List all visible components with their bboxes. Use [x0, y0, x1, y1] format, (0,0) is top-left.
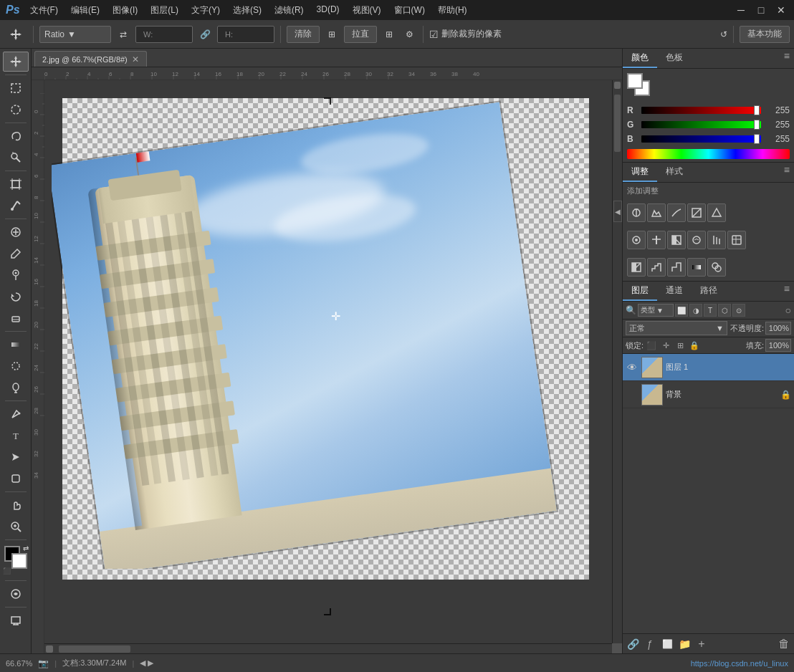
- search-icon[interactable]: 🔍: [626, 305, 636, 315]
- gradient-map-adj-icon[interactable]: [687, 258, 706, 277]
- photo-filter-adj-icon[interactable]: [687, 231, 706, 249]
- default-colors-icon[interactable]: ⬛: [3, 567, 11, 575]
- straighten-button[interactable]: 拉直: [344, 26, 377, 43]
- color-panel-menu[interactable]: ≡: [780, 49, 794, 68]
- fg-swatch[interactable]: [627, 73, 643, 89]
- opacity-input[interactable]: [765, 322, 791, 335]
- minimize-button[interactable]: ─: [731, 0, 751, 20]
- filter-smart-icon[interactable]: ⊙: [732, 304, 745, 317]
- text-tool[interactable]: T: [3, 426, 29, 446]
- tab-close-icon[interactable]: ✕: [132, 54, 139, 64]
- document-tab[interactable]: 2.jpg @ 66.7%(RGB/8#) ✕: [34, 51, 147, 67]
- height-field[interactable]: H:: [217, 26, 274, 43]
- brush-tool[interactable]: [3, 244, 29, 264]
- screen-mode-tool[interactable]: [3, 610, 29, 630]
- delete-crop-checkbox[interactable]: ☑ 删除裁剪的像素: [429, 28, 502, 40]
- undo-icon[interactable]: ↺: [720, 29, 727, 39]
- lock-artboards-icon[interactable]: ⊞: [674, 339, 687, 352]
- tab-channels[interactable]: 通道: [657, 282, 692, 301]
- curves-adj-icon[interactable]: [667, 203, 686, 222]
- link-layers-icon[interactable]: 🔗: [626, 637, 640, 651]
- shape-tool[interactable]: [3, 469, 29, 489]
- filter-toggle-icon[interactable]: ○: [785, 304, 791, 316]
- new-layer-icon[interactable]: +: [694, 637, 709, 651]
- ratio-dropdown[interactable]: Ratio ▼: [39, 26, 111, 43]
- blur-tool[interactable]: [3, 356, 29, 376]
- b-value[interactable]: 255: [764, 134, 790, 144]
- eyedropper-tool[interactable]: [3, 196, 29, 216]
- new-group-icon[interactable]: 📁: [677, 637, 692, 651]
- menu-3d[interactable]: 3D(D): [311, 3, 345, 18]
- magic-wand-tool[interactable]: [3, 148, 29, 168]
- healing-tool[interactable]: [3, 222, 29, 242]
- vibrance-adj-icon[interactable]: [707, 203, 726, 222]
- menu-filter[interactable]: 滤镜(R): [269, 3, 310, 18]
- layers-panel-menu[interactable]: ≡: [780, 282, 794, 301]
- hsl-adj-icon[interactable]: [627, 231, 646, 249]
- move-tool[interactable]: [3, 52, 29, 72]
- threshold-adj-icon[interactable]: [667, 258, 686, 277]
- close-button[interactable]: ✕: [771, 0, 791, 20]
- zoom-icon[interactable]: 📷: [38, 658, 49, 668]
- filter-pixel-icon[interactable]: ⬜: [675, 304, 688, 317]
- menu-help[interactable]: 帮助(H): [432, 3, 473, 18]
- bw-adj-icon[interactable]: [667, 231, 686, 249]
- swap-icon[interactable]: ⇄: [115, 27, 131, 42]
- move-tool-icon[interactable]: [4, 23, 27, 46]
- tab-paths[interactable]: 路径: [692, 282, 726, 301]
- eraser-tool[interactable]: [3, 308, 29, 328]
- quick-mask-tool[interactable]: [3, 584, 29, 604]
- canvas-viewport[interactable]: 0 2 4 6 8 10 12 14 16 18 20 22 2: [32, 67, 622, 653]
- filter-adj-icon[interactable]: ◑: [689, 304, 702, 317]
- grid-icon[interactable]: ⊞: [324, 27, 340, 42]
- fill-input[interactable]: [765, 339, 791, 352]
- tab-swatches[interactable]: 色板: [657, 49, 692, 68]
- levels-adj-icon[interactable]: [647, 203, 666, 222]
- brightness-adj-icon[interactable]: [627, 203, 646, 222]
- menu-image[interactable]: 图像(I): [107, 3, 143, 18]
- delete-layer-icon[interactable]: 🗑: [777, 637, 791, 651]
- layer1-visibility-icon[interactable]: 👁: [626, 361, 638, 374]
- menu-edit[interactable]: 编辑(E): [65, 3, 105, 18]
- maximize-button[interactable]: □: [751, 0, 771, 20]
- menu-text[interactable]: 文字(Y): [186, 3, 226, 18]
- hand-tool[interactable]: [3, 495, 29, 515]
- exposure-adj-icon[interactable]: [687, 203, 706, 222]
- lock-position-icon[interactable]: ✛: [659, 339, 672, 352]
- basic-func-button[interactable]: 基本功能: [740, 26, 790, 43]
- lock-all-icon[interactable]: 🔒: [688, 339, 701, 352]
- lasso-tool[interactable]: [3, 126, 29, 146]
- marquee-ellipse-tool[interactable]: [3, 100, 29, 120]
- zoom-tool[interactable]: [3, 517, 29, 537]
- grid2-icon[interactable]: ⊞: [381, 27, 397, 42]
- filter-shape-icon[interactable]: ⬡: [718, 304, 731, 317]
- tab-adjustments[interactable]: 调整: [623, 163, 657, 182]
- color-lookup-adj-icon[interactable]: [727, 231, 746, 249]
- g-slider[interactable]: [641, 121, 761, 128]
- settings-icon[interactable]: ⚙: [401, 27, 417, 42]
- b-slider[interactable]: [641, 135, 761, 143]
- clear-button[interactable]: 清除: [287, 26, 320, 43]
- filter-text-icon[interactable]: T: [704, 304, 717, 317]
- posterize-adj-icon[interactable]: [647, 258, 666, 277]
- background-color[interactable]: [11, 553, 27, 569]
- vertical-scrollbar[interactable]: [612, 80, 622, 643]
- menu-layer[interactable]: 图层(L): [145, 3, 184, 18]
- layer-style-icon[interactable]: ƒ: [643, 637, 657, 651]
- pen-tool[interactable]: [3, 404, 29, 424]
- invert-adj-icon[interactable]: [627, 258, 646, 277]
- history-brush-tool[interactable]: [3, 287, 29, 307]
- horizontal-scrollbar[interactable]: [44, 643, 612, 653]
- link-icon[interactable]: 🔗: [197, 27, 213, 42]
- gradient-tool[interactable]: [3, 335, 29, 355]
- crop-tool[interactable]: [3, 174, 29, 194]
- layer-item-1[interactable]: 👁 图层 1: [623, 354, 794, 381]
- stamp-tool[interactable]: [3, 265, 29, 285]
- menu-view[interactable]: 视图(V): [347, 3, 387, 18]
- type-dropdown[interactable]: 类型 ▼: [638, 304, 674, 317]
- marquee-rect-tool[interactable]: [3, 78, 29, 98]
- tab-layers[interactable]: 图层: [623, 282, 657, 301]
- selective-color-adj-icon[interactable]: [707, 258, 726, 277]
- panel-collapse-toggle[interactable]: ◀: [613, 201, 622, 222]
- lock-pixels-icon[interactable]: ⬛: [645, 339, 658, 352]
